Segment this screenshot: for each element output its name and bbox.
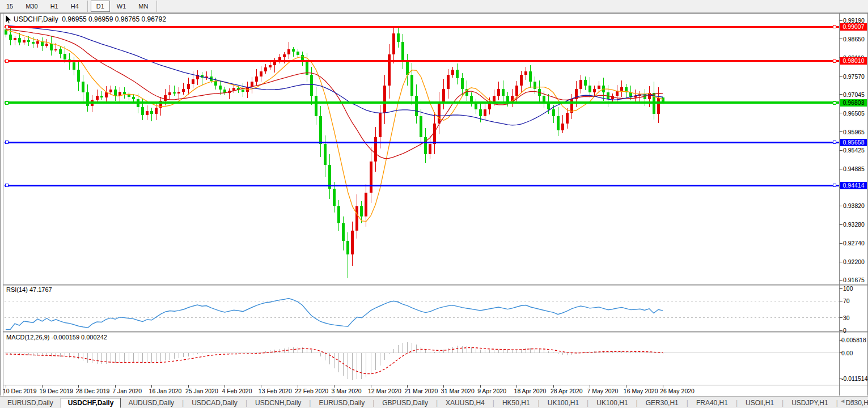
candle-body-bull [515,86,518,96]
candle-body-bear [502,89,505,96]
candle-body-bull [379,113,382,137]
macd-axis-label: -0.011514 [841,375,868,382]
date-axis-label: 26 May 2020 [660,388,695,394]
candle-body-bear [100,96,103,97]
tab-hk50-h1[interactable]: HK50,H1 [495,398,537,408]
candle-body-bull [168,92,171,95]
candle-body-bull [260,71,262,76]
candle-body-bull [620,87,623,91]
tab-uk100-h1[interactable]: UK100,H1 [540,398,586,408]
date-axis-label: 16 May 2020 [624,388,658,394]
date-axis-label: 13 Feb 2020 [259,388,292,394]
tab-usdcad-daily[interactable]: USDCAD,Daily [184,398,245,408]
scroll-right-icon[interactable]: ► [850,398,860,404]
date-axis-label: 22 Feb 2020 [295,388,328,394]
candle-body-bull [520,75,523,85]
candle-body-bear [401,42,404,61]
candle-body-bear [470,96,473,103]
candle-body-bull [593,89,596,92]
candle-body-bull [283,54,286,57]
hline-handle[interactable] [6,184,9,187]
scroll-left-icon[interactable]: ◄ [840,398,850,404]
hline-handle[interactable] [833,60,836,62]
candle-body-bear [73,62,75,70]
tab-eurusd-daily[interactable]: EURUSD,Daily [311,398,372,408]
tab-eurusd-daily[interactable]: EURUSD,Daily [0,398,61,408]
candle-body-bear [324,144,327,165]
candle-body-bear [310,75,313,96]
tab-usdjpy-h1[interactable]: USDJPY,H1 [784,398,835,408]
candle-body-bear [588,86,591,92]
candle-body-bear [420,116,422,137]
chart-panes-background [3,13,840,385]
tab-xauusd-h4[interactable]: XAUUSD,H4 [438,398,492,408]
candle-body-bull [433,124,436,144]
candle-body-bear [415,96,418,117]
hline-handle[interactable] [6,60,9,62]
tab-usdcnh-daily[interactable]: USDCNH,Daily [248,398,308,408]
date-axis-label: 21 Mar 2020 [404,388,438,394]
candle-body-bear [59,49,62,54]
hline-handle[interactable] [6,26,9,28]
hline-handle[interactable] [833,101,836,104]
price-badge-0.95658: 0.95658 [840,139,867,146]
candle-body-bull [392,33,395,54]
candle-body-bull [657,98,660,114]
candle-body-bull [388,54,391,86]
tab-ger30-h1[interactable]: GER30,H1 [638,398,686,408]
candle-body-bear [173,92,176,94]
candle-body-bull [598,86,600,89]
candle-body-bear [346,241,349,254]
tab-gbpusd-daily[interactable]: GBPUSD,Daily [375,398,435,408]
price-axis-label: 0.93280 [843,221,865,228]
macd-axis-label: 0.00 [841,350,853,356]
tab-usoil-h1[interactable]: USOil,H1 [738,398,781,408]
candle-body-bear [132,97,135,99]
hline-handle[interactable] [6,141,9,144]
candle-body-bear [533,82,536,88]
candle-body-bull [269,65,272,67]
candle-body-bear [337,206,340,223]
hline-handle[interactable] [833,184,836,187]
date-axis-label: 3 Mar 2020 [332,388,362,394]
candle-body-bull [54,49,57,50]
candle-body-bull [96,96,99,100]
candle-body-bull [451,70,454,75]
tab-usdchf-daily[interactable]: USDCHF,Daily [61,398,121,408]
date-axis-label: 9 Apr 2020 [477,388,506,394]
rsi-axis-label: 100 [843,285,853,292]
candle-body-bear [461,78,464,88]
price-badge-0.94414: 0.94414 [840,182,867,189]
price-badge-0.96803: 0.96803 [840,99,867,107]
hline-handle[interactable] [833,141,836,144]
candle-body-bull [118,92,121,96]
candle-body-bull [374,137,377,162]
date-axis-label: 25 Jan 2020 [185,388,218,394]
tab-audusd-daily[interactable]: AUDUSD,Daily [121,398,181,408]
candle-body-bull [192,79,194,84]
candle-body-bear [18,38,21,42]
rsi-axis-label: 30 [843,314,850,321]
hline-handle[interactable] [6,101,9,104]
chart-area[interactable] [0,0,868,408]
candle-body-bull [255,76,258,82]
price-axis-label: 0.95425 [843,147,865,154]
candle-body-bull [493,96,496,103]
date-axis-label: 4 Feb 2020 [222,388,252,394]
candle-body-bear [32,42,35,44]
candle-body-bear [506,96,509,103]
candle-body-bull [561,124,564,130]
date-axis-label: 7 Jan 2020 [112,388,142,394]
candle-body-bear [479,109,482,116]
candle-body-bull [497,89,500,96]
price-axis-label: 0.98650 [843,36,865,42]
chart-symbol-label: USDCHF,Daily [14,15,58,23]
tab-fra40-h1[interactable]: FRA40,H1 [689,398,735,408]
candle-body-bull [109,90,112,92]
candle-body-bear [219,86,222,90]
tab-uk100-h1[interactable]: UK100,H1 [589,398,635,408]
candle-body-bear [410,75,413,96]
candle-body-bear [552,109,555,116]
candle-body-bear [27,40,30,41]
hline-handle[interactable] [833,26,836,28]
